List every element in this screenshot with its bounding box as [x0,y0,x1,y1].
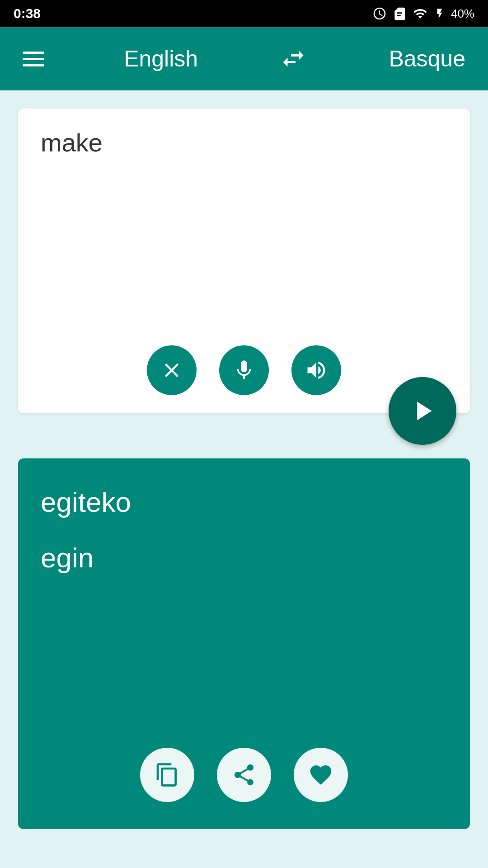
input-controls [41,336,447,400]
clear-button[interactable] [147,345,197,395]
menu-button[interactable] [23,52,44,66]
translate-button[interactable] [389,377,456,445]
result-controls [18,748,470,802]
hamburger-line-3 [23,64,44,66]
hamburger-line-1 [23,52,44,54]
input-section: make [18,108,470,413]
app-header: English Basque [0,27,488,90]
mic-button[interactable] [219,345,269,395]
translation-word-2: egin [41,537,447,579]
source-text-input[interactable]: make [41,127,447,335]
sim-icon [392,6,407,21]
battery-level: 40% [451,7,474,21]
signal-icon [412,6,428,21]
swap-languages-button[interactable] [277,45,309,72]
translation-word-1: egiteko [41,481,447,523]
source-language-label[interactable]: English [124,46,198,72]
speaker-button[interactable] [291,345,341,395]
translation-results: egiteko egin [41,481,447,579]
status-time: 0:38 [14,6,41,21]
hamburger-line-2 [23,58,44,60]
status-bar: 0:38 40% [0,0,488,27]
share-button[interactable] [217,748,271,802]
target-language-label[interactable]: Basque [389,46,465,72]
status-icons: 40% [372,6,474,21]
result-section: egiteko egin [18,458,470,829]
copy-button[interactable] [140,748,194,802]
charging-icon [434,6,446,21]
favorite-button[interactable] [294,748,348,802]
alarm-icon [372,6,387,21]
